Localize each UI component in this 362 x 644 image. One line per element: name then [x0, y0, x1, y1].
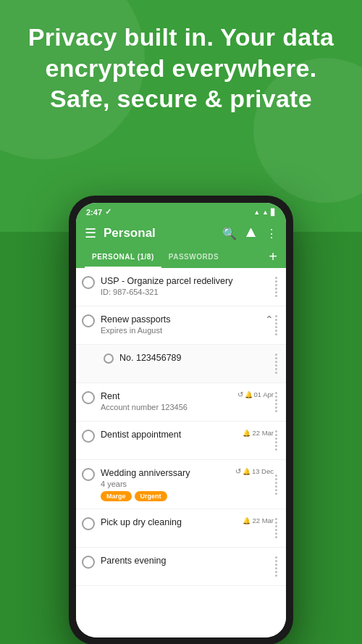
item-content: Rent Account number 123456 [101, 390, 237, 411]
app-title: Personal [104, 226, 215, 241]
item-content: Wedding anniverssary 4 years Marge Urgen… [101, 467, 235, 501]
hero-section: Privacy built in. Your data encrypted ev… [0, 22, 362, 114]
item-right: ↺ 🔔 13 Dec [235, 467, 274, 475]
status-bar: 2:47 ✓ ▲ ▲ ▊ [76, 203, 286, 219]
item-right: ⌃ [265, 314, 274, 325]
item-content: Pick up dry cleaning [101, 517, 243, 528]
top-bar-actions: 🔍 ⯅ ⋮ [222, 227, 277, 241]
item-subtitle: Expires in August [101, 326, 265, 335]
list-item: Dentist appointment 🔔 22 Mar [76, 422, 286, 460]
item-tags: Marge Urgent [101, 491, 235, 501]
item-checkbox[interactable] [82, 468, 95, 481]
tab-passwords[interactable]: PASSWORDS [161, 247, 226, 268]
item-checkbox[interactable] [82, 556, 95, 569]
tab-personal[interactable]: PERSONAL (1/8) [85, 247, 161, 268]
more-icon[interactable]: ⋮ [266, 227, 277, 241]
item-title: Wedding anniverssary [101, 467, 235, 479]
signal-icon: ▲ [262, 209, 269, 216]
search-icon[interactable]: 🔍 [222, 227, 237, 241]
list-item: Wedding anniverssary 4 years Marge Urgen… [76, 460, 286, 509]
bell-icon: 🔔 [245, 391, 253, 398]
drag-handle[interactable] [274, 352, 279, 375]
item-title: Parents evening [101, 555, 274, 566]
list-item: Pick up dry cleaning 🔔 22 Mar [76, 509, 286, 548]
item-checkbox[interactable] [82, 276, 95, 289]
drag-handle[interactable] [274, 390, 279, 414]
item-checkbox[interactable] [82, 517, 95, 530]
item-checkbox[interactable] [82, 314, 95, 327]
item-subtitle: Account number 123456 [101, 403, 237, 411]
bell-icon: 🔔 [243, 430, 251, 437]
clock: 2:47 [86, 208, 102, 217]
collapse-icon[interactable]: ⌃ [265, 314, 274, 325]
bell-icon: 🔔 [243, 517, 251, 524]
item-checkbox[interactable] [82, 430, 95, 443]
phone-screen: 2:47 ✓ ▲ ▲ ▊ ☰ Personal 🔍 ⯅ ⋮ [76, 203, 286, 637]
list-container: USP - Organize parcel redelivery ID: 987… [76, 268, 286, 637]
item-title: Renew passports [101, 314, 265, 325]
hamburger-icon[interactable]: ☰ [85, 225, 96, 241]
top-bar: ☰ Personal 🔍 ⯅ ⋮ [76, 219, 286, 247]
list-item-sub: No. 123456789 [76, 345, 286, 383]
list-item: Parents evening [76, 548, 286, 586]
share-icon[interactable]: ⯅ [245, 227, 257, 241]
item-subtitle: 4 years [101, 480, 235, 488]
item-content: Dentist appointment [101, 429, 243, 440]
item-title: USP - Organize parcel redelivery [101, 275, 274, 287]
wifi-icon: ▲ [253, 209, 260, 216]
drag-handle[interactable] [274, 517, 279, 540]
phone-frame: 2:47 ✓ ▲ ▲ ▊ ☰ Personal 🔍 ⯅ ⋮ [69, 196, 293, 644]
item-content: Parents evening [101, 555, 274, 566]
status-icons: ▲ ▲ ▊ [253, 209, 276, 216]
item-subtitle: ID: 987-654-321 [101, 288, 274, 296]
battery-icon: ▊ [271, 209, 276, 216]
list-item: Renew passports Expires in August ⌃ [76, 306, 286, 345]
list-item: Rent Account number 123456 ↺ 🔔 01 Apr [76, 383, 286, 422]
item-right: ↺ 🔔 01 Apr [237, 390, 274, 398]
sub-item-checkbox[interactable] [104, 354, 114, 364]
recurring-icon: ↺ [235, 467, 241, 475]
list-item: USP - Organize parcel redelivery ID: 987… [76, 268, 286, 306]
check-icon: ✓ [105, 207, 111, 217]
drag-handle[interactable] [274, 314, 279, 337]
bell-icon: 🔔 [243, 468, 251, 475]
date-text: 01 Apr [254, 390, 274, 398]
status-time: 2:47 ✓ [86, 207, 111, 217]
tag-marge: Marge [101, 491, 132, 501]
item-title: No. 123456789 [119, 352, 274, 364]
drag-handle[interactable] [274, 429, 279, 452]
item-title: Dentist appointment [101, 429, 243, 440]
item-checkbox[interactable] [82, 391, 95, 404]
item-date: ↺ 🔔 01 Apr [237, 390, 274, 398]
item-content: No. 123456789 [119, 352, 274, 364]
recurring-icon: ↺ [237, 390, 243, 398]
item-right: 🔔 22 Mar [243, 517, 274, 524]
phone-mockup: 2:47 ✓ ▲ ▲ ▊ ☰ Personal 🔍 ⯅ ⋮ [69, 196, 293, 644]
item-right: 🔔 22 Mar [243, 429, 274, 437]
date-text: 22 Mar [252, 517, 274, 524]
item-content: USP - Organize parcel redelivery ID: 987… [101, 275, 274, 296]
drag-handle[interactable] [274, 275, 279, 298]
date-text: 22 Mar [252, 429, 274, 437]
date-text: 13 Dec [252, 467, 274, 475]
item-date: 🔔 22 Mar [243, 517, 274, 524]
item-title: Pick up dry cleaning [101, 517, 243, 528]
drag-handle[interactable] [274, 555, 279, 578]
tag-urgent: Urgent [135, 491, 167, 501]
hero-heading: Privacy built in. Your data encrypted ev… [22, 22, 340, 114]
tab-bar: PERSONAL (1/8) PASSWORDS + [76, 247, 286, 268]
add-list-button[interactable]: + [269, 249, 277, 267]
item-title: Rent [101, 390, 237, 402]
item-date: 🔔 22 Mar [243, 429, 274, 437]
item-date: ↺ 🔔 13 Dec [235, 467, 274, 475]
item-content: Renew passports Expires in August [101, 314, 265, 335]
drag-handle[interactable] [274, 473, 279, 496]
